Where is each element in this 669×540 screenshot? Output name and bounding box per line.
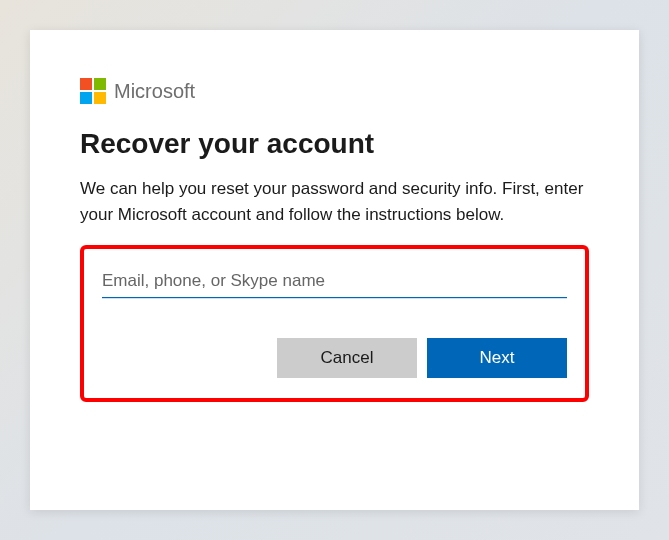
brand-name: Microsoft xyxy=(114,80,195,103)
next-button[interactable]: Next xyxy=(427,338,567,378)
microsoft-logo-icon xyxy=(80,78,106,104)
cancel-button[interactable]: Cancel xyxy=(277,338,417,378)
recovery-card: Microsoft Recover your account We can he… xyxy=(30,30,639,510)
brand-row: Microsoft xyxy=(80,78,589,104)
button-row: Cancel Next xyxy=(102,338,567,378)
page-title: Recover your account xyxy=(80,128,589,160)
account-input[interactable] xyxy=(102,265,567,298)
page-description: We can help you reset your password and … xyxy=(80,176,589,227)
form-highlight: Cancel Next xyxy=(80,245,589,402)
